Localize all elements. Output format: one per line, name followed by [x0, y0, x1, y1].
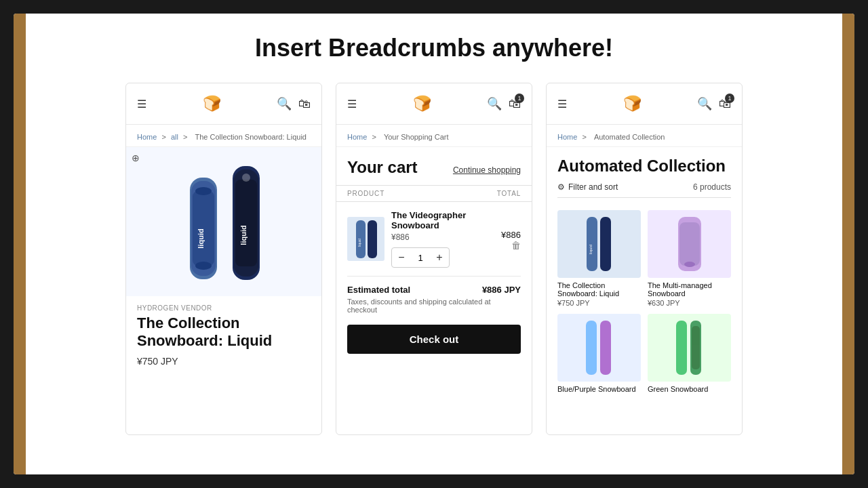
right-accent: [842, 14, 854, 474]
nav-left: ☰: [137, 98, 146, 110]
grid-svg-1: liquid: [583, 216, 616, 273]
grid-img-4: [648, 314, 731, 382]
cart-badge: 1: [515, 94, 524, 103]
cart-header: Your cart Continue shopping: [336, 147, 532, 185]
breadcrumb-home[interactable]: Home: [137, 133, 157, 141]
search-icon[interactable]: 🔍: [277, 96, 292, 111]
cart-item-name: The Videographer Snowboard: [391, 210, 494, 230]
breadcrumb-sep2: >: [183, 133, 189, 141]
brand-logo-2: 🍞: [410, 92, 434, 116]
grid-img-1: liquid: [557, 210, 641, 278]
nav-right-3: 🔍 🛍1: [697, 96, 731, 111]
filter-label: Filter and sort: [568, 182, 618, 192]
vendor-label: HYDROGEN VENDOR: [137, 304, 311, 312]
grid-name-1: The Collection Snowboard: Liquid: [557, 281, 641, 298]
svg-point-5: [195, 262, 212, 270]
product-image: ⊕ liquid liquid: [126, 147, 321, 296]
continue-shopping-link[interactable]: Continue shopping: [453, 165, 521, 175]
nav-right-2: 🔍 🛍1: [487, 96, 521, 111]
cart-title: Your cart: [347, 158, 418, 177]
grid-svg-2: [673, 216, 707, 273]
filter-button[interactable]: ⚙ Filter and sort: [557, 182, 618, 192]
grid-item-2[interactable]: The Multi-managed Snowboard ¥630 JPY: [648, 210, 731, 307]
svg-text:liquid: liquid: [589, 244, 593, 253]
svg-rect-12: [368, 220, 377, 258]
breadcrumb-home-2[interactable]: Home: [347, 133, 367, 141]
svg-rect-22: [676, 321, 687, 375]
snowboard-graphic: liquid liquid: [183, 157, 265, 286]
hamburger-icon-2[interactable]: ☰: [347, 98, 357, 110]
svg-text:liquid: liquid: [239, 225, 248, 245]
col-total: TOTAL: [497, 190, 521, 197]
cart-item: liquid The Videographer Snowboard ¥886 −…: [336, 202, 532, 276]
collection-header: Automated Collection ⚙ Filter and sort 6…: [547, 147, 742, 203]
breadcrumb-sep-2: >: [372, 133, 378, 141]
panel1-nav: ☰ 🍞 🔍 🛍: [126, 83, 321, 125]
svg-rect-2: [193, 191, 214, 266]
checkout-button[interactable]: Check out: [347, 325, 521, 354]
breadcrumb-sep-3: >: [582, 133, 588, 141]
breadcrumb-current-2: Your Shopping Cart: [384, 133, 449, 141]
grid-img-2: [648, 210, 731, 278]
zoom-icon[interactable]: ⊕: [132, 152, 140, 163]
panel3-nav: ☰ 🍞 🔍 🛍1: [547, 83, 742, 125]
filter-icon: ⚙: [557, 182, 565, 192]
page-title: Insert Breadcrumbs anywhere!: [255, 34, 613, 62]
grid-item-1[interactable]: liquid The Collection Snowboard: Liquid …: [557, 210, 641, 307]
breadcrumb-panel2: Home > Your Shopping Cart: [336, 125, 532, 147]
breadcrumb-home-3[interactable]: Home: [557, 133, 577, 141]
grid-svg-4: [673, 319, 707, 377]
cart-icon-2[interactable]: 🛍1: [509, 97, 521, 111]
brand-logo: 🍞: [199, 92, 224, 116]
breadcrumb-all[interactable]: all: [171, 133, 178, 141]
grid-item-3[interactable]: Blue/Purple Snowboard: [557, 314, 641, 394]
svg-rect-24: [692, 326, 700, 369]
hamburger-icon-3[interactable]: ☰: [557, 98, 567, 110]
cart-item-image: liquid: [347, 217, 384, 261]
grid-item-4[interactable]: Green Snowboard: [648, 314, 731, 394]
delete-item-button[interactable]: 🗑: [511, 240, 521, 251]
cart-item-details: The Videographer Snowboard ¥886 − 1 +: [391, 210, 494, 268]
cart-table-header: PRODUCT TOTAL: [336, 185, 532, 202]
estimated-total: Estimated total ¥886 JPY: [336, 277, 532, 298]
est-value: ¥886 JPY: [482, 285, 521, 295]
est-label: Estimated total: [347, 285, 410, 295]
grid-price-1: ¥750 JPY: [557, 299, 641, 307]
grid-price-2: ¥630 JPY: [648, 299, 731, 307]
cart-snowboard-svg: liquid: [353, 219, 380, 260]
snowboard-left: liquid: [183, 171, 224, 286]
breadcrumb-sep1: >: [161, 133, 167, 141]
panel-product: ☰ 🍞 🔍 🛍 Home > all > The Collection Snow…: [125, 83, 322, 435]
svg-rect-20: [586, 321, 597, 375]
nav-left-3: ☰: [557, 98, 567, 110]
cart-item-total: ¥886: [501, 230, 521, 240]
svg-point-4: [195, 187, 212, 195]
grid-name-3: Blue/Purple Snowboard: [557, 385, 641, 393]
search-icon-2[interactable]: 🔍: [487, 96, 502, 111]
grid-svg-3: [583, 319, 616, 377]
grid-img-3: [557, 314, 641, 382]
nav-right: 🔍 🛍: [277, 96, 311, 111]
product-info: HYDROGEN VENDOR The Collection Snowboard…: [126, 296, 321, 375]
qty-increase[interactable]: +: [430, 248, 449, 267]
panels-row: ☰ 🍞 🔍 🛍 Home > all > The Collection Snow…: [27, 83, 841, 435]
snowboard-right: liquid: [228, 161, 265, 286]
filter-row: ⚙ Filter and sort 6 products: [557, 182, 731, 198]
svg-rect-18: [679, 222, 700, 266]
product-name: The Collection Snowboard: Liquid: [137, 314, 311, 350]
cart-badge-3: 1: [725, 94, 734, 103]
cart-item-price: ¥886: [391, 232, 494, 242]
svg-rect-8: [235, 180, 257, 266]
svg-rect-14: [587, 217, 597, 271]
product-price: ¥750 JPY: [137, 356, 311, 367]
svg-rect-15: [600, 217, 611, 271]
qty-decrease[interactable]: −: [392, 248, 411, 267]
cart-icon-3[interactable]: 🛍1: [719, 97, 731, 111]
tax-note: Taxes, discounts and shipping calculated…: [336, 298, 532, 321]
col-product: PRODUCT: [347, 190, 384, 197]
hamburger-icon[interactable]: ☰: [137, 98, 146, 110]
qty-value: 1: [411, 253, 430, 263]
search-icon-3[interactable]: 🔍: [697, 96, 712, 111]
cart-icon[interactable]: 🛍: [298, 97, 311, 111]
breadcrumb-current: The Collection Snowboard: Liquid: [195, 133, 307, 141]
